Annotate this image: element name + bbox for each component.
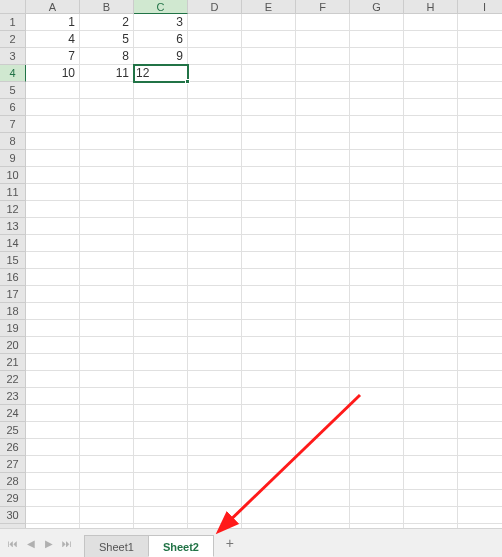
cell-e10[interactable]: [242, 167, 296, 184]
cell-g14[interactable]: [350, 235, 404, 252]
cell-g3[interactable]: [350, 48, 404, 65]
cell-i15[interactable]: [458, 252, 502, 269]
cell-e27[interactable]: [242, 456, 296, 473]
cell-h29[interactable]: [404, 490, 458, 507]
cell-i24[interactable]: [458, 405, 502, 422]
cell-f27[interactable]: [296, 456, 350, 473]
row-header-10[interactable]: 10: [0, 167, 26, 184]
cell-i11[interactable]: [458, 184, 502, 201]
cell-h15[interactable]: [404, 252, 458, 269]
cell-c3[interactable]: 9: [134, 48, 188, 65]
cell-d9[interactable]: [188, 150, 242, 167]
cell-e25[interactable]: [242, 422, 296, 439]
cell-b20[interactable]: [80, 337, 134, 354]
cell-d22[interactable]: [188, 371, 242, 388]
cell-h6[interactable]: [404, 99, 458, 116]
cell-g6[interactable]: [350, 99, 404, 116]
cell-b4[interactable]: 11: [80, 65, 134, 82]
cell-b1[interactable]: 2: [80, 14, 134, 31]
cell-h2[interactable]: [404, 31, 458, 48]
column-header-f[interactable]: F: [296, 0, 350, 14]
cell-b26[interactable]: [80, 439, 134, 456]
cell-g9[interactable]: [350, 150, 404, 167]
cell-f22[interactable]: [296, 371, 350, 388]
cell-h8[interactable]: [404, 133, 458, 150]
cell-f21[interactable]: [296, 354, 350, 371]
cell-d14[interactable]: [188, 235, 242, 252]
cell-b15[interactable]: [80, 252, 134, 269]
cell-d24[interactable]: [188, 405, 242, 422]
row-header-30[interactable]: 30: [0, 507, 26, 524]
cell-i29[interactable]: [458, 490, 502, 507]
cell-e2[interactable]: [242, 31, 296, 48]
cell-i4[interactable]: [458, 65, 502, 82]
cell-f29[interactable]: [296, 490, 350, 507]
cell-a14[interactable]: [26, 235, 80, 252]
row-header-24[interactable]: 24: [0, 405, 26, 422]
cell-f12[interactable]: [296, 201, 350, 218]
row-header-14[interactable]: 14: [0, 235, 26, 252]
cell-b22[interactable]: [80, 371, 134, 388]
cell-h30[interactable]: [404, 507, 458, 524]
cell-g23[interactable]: [350, 388, 404, 405]
cell-g26[interactable]: [350, 439, 404, 456]
cell-g16[interactable]: [350, 269, 404, 286]
cell-b27[interactable]: [80, 456, 134, 473]
cell-i17[interactable]: [458, 286, 502, 303]
cell-a4[interactable]: 10: [26, 65, 80, 82]
column-header-c[interactable]: C: [134, 0, 188, 14]
cell-c2[interactable]: 6: [134, 31, 188, 48]
cell-b24[interactable]: [80, 405, 134, 422]
cell-a8[interactable]: [26, 133, 80, 150]
cell-d8[interactable]: [188, 133, 242, 150]
cell-f11[interactable]: [296, 184, 350, 201]
row-header-17[interactable]: 17: [0, 286, 26, 303]
cell-i21[interactable]: [458, 354, 502, 371]
cell-c10[interactable]: [134, 167, 188, 184]
row-header-2[interactable]: 2: [0, 31, 26, 48]
cell-e1[interactable]: [242, 14, 296, 31]
cell-f18[interactable]: [296, 303, 350, 320]
cell-i30[interactable]: [458, 507, 502, 524]
cell-c25[interactable]: [134, 422, 188, 439]
row-header-12[interactable]: 12: [0, 201, 26, 218]
row-header-21[interactable]: 21: [0, 354, 26, 371]
cell-f4[interactable]: [296, 65, 350, 82]
cell-e13[interactable]: [242, 218, 296, 235]
cell-i8[interactable]: [458, 133, 502, 150]
cell-d27[interactable]: [188, 456, 242, 473]
cell-d2[interactable]: [188, 31, 242, 48]
cell-b10[interactable]: [80, 167, 134, 184]
row-header-6[interactable]: 6: [0, 99, 26, 116]
tab-sheet2[interactable]: Sheet2: [148, 535, 214, 557]
cell-b18[interactable]: [80, 303, 134, 320]
cell-b13[interactable]: [80, 218, 134, 235]
cell-a18[interactable]: [26, 303, 80, 320]
cell-h11[interactable]: [404, 184, 458, 201]
cell-a29[interactable]: [26, 490, 80, 507]
row-header-27[interactable]: 27: [0, 456, 26, 473]
cell-e17[interactable]: [242, 286, 296, 303]
cell-d17[interactable]: [188, 286, 242, 303]
cell-a10[interactable]: [26, 167, 80, 184]
cell-f10[interactable]: [296, 167, 350, 184]
cell-e23[interactable]: [242, 388, 296, 405]
cell-c1[interactable]: 3: [134, 14, 188, 31]
cell-c13[interactable]: [134, 218, 188, 235]
cell-i9[interactable]: [458, 150, 502, 167]
cell-c16[interactable]: [134, 269, 188, 286]
cell-a5[interactable]: [26, 82, 80, 99]
cell-c30[interactable]: [134, 507, 188, 524]
nav-last-icon[interactable]: ⏭: [58, 533, 76, 553]
cell-e3[interactable]: [242, 48, 296, 65]
cell-c21[interactable]: [134, 354, 188, 371]
cell-h27[interactable]: [404, 456, 458, 473]
cell-d26[interactable]: [188, 439, 242, 456]
cell-i7[interactable]: [458, 116, 502, 133]
cell-i18[interactable]: [458, 303, 502, 320]
cell-g27[interactable]: [350, 456, 404, 473]
cell-d19[interactable]: [188, 320, 242, 337]
cell-i28[interactable]: [458, 473, 502, 490]
cell-g7[interactable]: [350, 116, 404, 133]
cell-e12[interactable]: [242, 201, 296, 218]
